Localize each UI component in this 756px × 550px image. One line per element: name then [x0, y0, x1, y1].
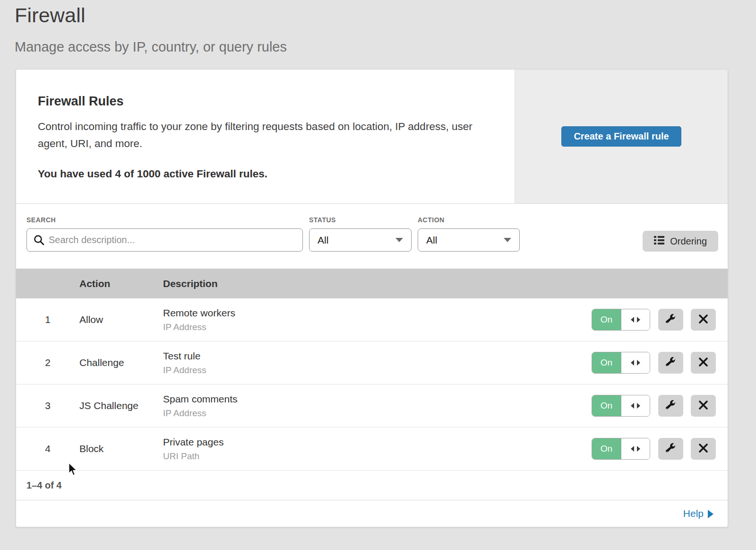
- pagination-bar: 1–4 of 4: [16, 471, 728, 500]
- rule-action: Block: [79, 443, 163, 454]
- left-right-arrows-icon: [621, 395, 650, 416]
- rule-description-title: Spam comments: [163, 393, 592, 405]
- wrench-icon: [666, 443, 676, 454]
- rule-controls: On: [592, 438, 728, 460]
- ordering-button[interactable]: Ordering: [643, 231, 718, 252]
- overview-text: Firewall Rules Control incoming traffic …: [16, 70, 515, 203]
- rule-match-type: IP Address: [163, 365, 592, 375]
- close-icon: [699, 314, 708, 325]
- search-label: SEARCH: [26, 216, 303, 224]
- delete-rule-button[interactable]: [691, 438, 716, 460]
- search-filter-group: SEARCH: [26, 216, 303, 252]
- pagination-summary: 1–4 of 4: [26, 480, 61, 491]
- action-column-header: Action: [79, 278, 163, 289]
- action-label: ACTION: [418, 216, 520, 224]
- delete-rule-button[interactable]: [691, 395, 716, 417]
- close-icon: [699, 401, 708, 411]
- help-link[interactable]: Help: [683, 508, 713, 519]
- left-right-arrows-icon: [621, 352, 650, 373]
- firewall-rules-card: Firewall Rules Control incoming traffic …: [16, 69, 728, 527]
- table-row: 2 Challenge Test rule IP Address On: [16, 341, 728, 384]
- close-icon: [699, 444, 708, 454]
- rule-match-type: IP Address: [163, 408, 592, 419]
- rule-description-title: Remote workers: [163, 307, 592, 319]
- table-row: 3 JS Challenge Spam comments IP Address …: [16, 384, 728, 428]
- usage-note: You have used 4 of 1000 active Firewall …: [38, 168, 486, 180]
- rule-action: JS Challenge: [79, 400, 163, 411]
- table-row: 4 Block Private pages URI Path On: [16, 428, 728, 471]
- rule-action: Allow: [79, 314, 163, 325]
- wrench-icon: [666, 400, 676, 411]
- table-header-row: Action Description: [16, 269, 728, 298]
- action-select[interactable]: All: [418, 228, 520, 252]
- toggle-on-label: On: [592, 395, 621, 416]
- search-field-wrap: [26, 228, 303, 252]
- action-filter-group: ACTION All: [418, 216, 520, 252]
- chevron-down-icon: [504, 238, 511, 242]
- rule-match-type: IP Address: [163, 322, 592, 332]
- edit-rule-button[interactable]: [658, 309, 683, 331]
- page-header: Firewall Manage access by IP, country, o…: [0, 0, 756, 55]
- close-icon: [699, 358, 708, 368]
- status-selected-value: All: [318, 235, 328, 246]
- search-icon: [34, 235, 44, 247]
- left-right-arrows-icon: [621, 309, 650, 330]
- toggle-on-label: On: [592, 438, 621, 459]
- rule-enabled-toggle[interactable]: On: [592, 352, 650, 374]
- rule-controls: On: [592, 309, 728, 331]
- overview-description: Control incoming traffic to your zone by…: [38, 118, 484, 153]
- rule-action: Challenge: [79, 357, 163, 368]
- help-bar: Help: [16, 500, 728, 527]
- status-label: STATUS: [309, 216, 412, 224]
- page-subtitle: Manage access by IP, country, or query r…: [15, 39, 756, 55]
- delete-rule-button[interactable]: [691, 352, 716, 374]
- wrench-icon: [666, 357, 676, 368]
- rule-enabled-toggle[interactable]: On: [592, 438, 650, 460]
- rule-description: Private pages URI Path: [163, 437, 592, 462]
- page-title: Firewall: [15, 4, 756, 27]
- rule-controls: On: [592, 352, 728, 374]
- edit-rule-button[interactable]: [658, 395, 683, 417]
- rule-enabled-toggle[interactable]: On: [592, 395, 650, 417]
- toggle-on-label: On: [592, 352, 621, 373]
- rule-controls: On: [592, 395, 728, 417]
- rule-description: Test rule IP Address: [163, 350, 592, 375]
- overview-section: Firewall Rules Control incoming traffic …: [16, 70, 728, 203]
- ordering-button-label: Ordering: [670, 236, 707, 247]
- left-right-arrows-icon: [621, 438, 650, 459]
- search-input[interactable]: [26, 228, 303, 252]
- rule-description: Remote workers IP Address: [163, 307, 592, 332]
- rule-match-type: URI Path: [163, 451, 592, 462]
- status-filter-group: STATUS All: [309, 216, 412, 252]
- help-link-label: Help: [683, 508, 704, 519]
- action-selected-value: All: [426, 235, 437, 246]
- chevron-down-icon: [395, 238, 403, 242]
- status-select[interactable]: All: [309, 228, 412, 252]
- rule-priority: 4: [16, 443, 79, 454]
- overview-heading: Firewall Rules: [38, 94, 486, 109]
- toggle-on-label: On: [592, 309, 621, 330]
- rule-priority: 1: [16, 314, 79, 325]
- rule-priority: 3: [16, 400, 79, 411]
- description-column-header: Description: [163, 278, 592, 289]
- delete-rule-button[interactable]: [691, 309, 716, 331]
- wrench-icon: [666, 314, 676, 325]
- edit-rule-button[interactable]: [658, 438, 683, 460]
- ordered-list-icon: [654, 236, 664, 247]
- table-row: 1 Allow Remote workers IP Address On: [16, 298, 728, 341]
- rule-enabled-toggle[interactable]: On: [592, 309, 650, 331]
- edit-rule-button[interactable]: [658, 352, 683, 374]
- rule-description-title: Test rule: [163, 350, 592, 362]
- arrow-right-icon: [708, 510, 713, 518]
- rule-priority: 2: [16, 357, 79, 368]
- overview-action-panel: Create a Firewall rule: [515, 70, 728, 203]
- filter-bar: SEARCH STATUS All ACTION All: [16, 203, 728, 269]
- rule-description-title: Private pages: [163, 437, 592, 448]
- create-firewall-rule-button[interactable]: Create a Firewall rule: [561, 126, 681, 147]
- rule-description: Spam comments IP Address: [163, 393, 592, 419]
